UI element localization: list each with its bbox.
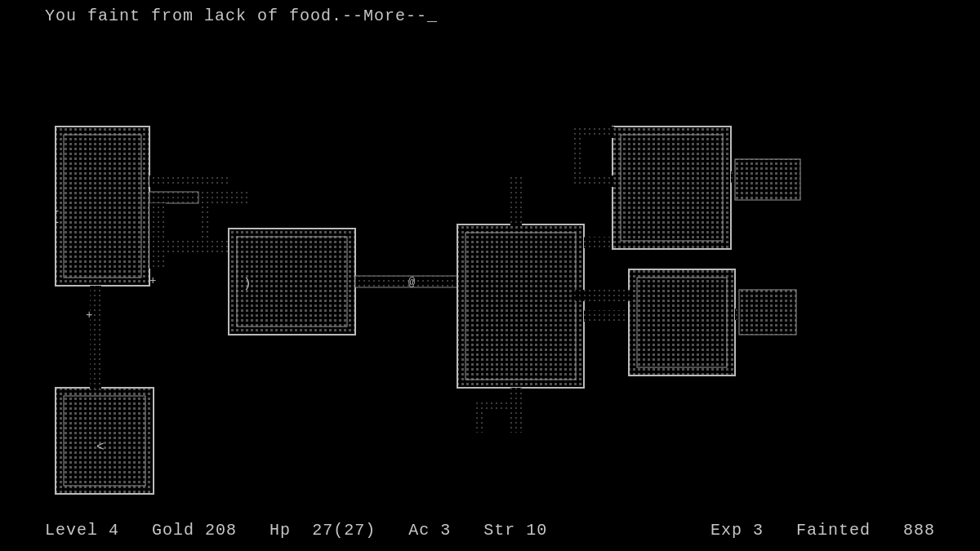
svg-rect-35 bbox=[56, 388, 154, 494]
map-area: [ + ) + @ bbox=[0, 49, 980, 506]
exp-value: 3 bbox=[753, 521, 764, 540]
str-stat: Str 10 bbox=[483, 521, 547, 540]
svg-rect-40 bbox=[149, 176, 231, 187]
ac-value: 3 bbox=[440, 521, 451, 540]
svg-rect-27 bbox=[735, 159, 800, 200]
hp-value: 27(27) bbox=[312, 521, 376, 540]
level-value: 4 bbox=[109, 521, 119, 540]
gold-value: 208 bbox=[205, 521, 237, 540]
condition-stat: Fainted bbox=[796, 521, 871, 540]
svg-text:<: < bbox=[96, 440, 105, 455]
svg-rect-41 bbox=[572, 290, 630, 301]
svg-rect-28 bbox=[629, 269, 735, 375]
message-line: You faint from lack of food.--More--_ bbox=[45, 7, 438, 25]
svg-rect-34 bbox=[474, 400, 485, 433]
svg-text:): ) bbox=[243, 277, 252, 291]
condition-value: Fainted bbox=[796, 521, 871, 540]
hp-stat: Hp 27(27) bbox=[270, 521, 376, 540]
svg-text:[: [ bbox=[52, 210, 60, 224]
svg-rect-31 bbox=[739, 290, 796, 335]
svg-rect-38 bbox=[90, 286, 101, 389]
svg-rect-8 bbox=[149, 192, 198, 203]
level-label: Level bbox=[45, 521, 98, 540]
exp-label: Exp bbox=[710, 521, 742, 540]
exp-stat: Exp 3 bbox=[710, 521, 764, 540]
gold-label: Gold bbox=[152, 521, 194, 540]
map-svg: [ + ) + @ bbox=[0, 49, 980, 506]
svg-rect-9 bbox=[149, 203, 166, 269]
svg-rect-19 bbox=[457, 224, 584, 388]
score-value: 888 bbox=[903, 521, 935, 540]
ac-stat: Ac 3 bbox=[408, 521, 451, 540]
ac-label: Ac bbox=[408, 521, 430, 540]
str-value: 10 bbox=[526, 521, 547, 540]
svg-rect-23 bbox=[584, 310, 629, 322]
svg-text:+: + bbox=[86, 309, 92, 322]
svg-rect-24 bbox=[612, 127, 731, 249]
score-stat: 888 bbox=[903, 521, 935, 540]
status-bar: Level 4 Gold 208 Hp 27(27) Ac 3 Str 10 E… bbox=[0, 509, 980, 551]
gold-stat: Gold 208 bbox=[152, 521, 237, 540]
svg-rect-12 bbox=[200, 192, 249, 203]
svg-rect-44 bbox=[572, 127, 614, 138]
level-stat: Level 4 bbox=[45, 521, 119, 540]
svg-rect-4 bbox=[56, 127, 149, 286]
svg-rect-10 bbox=[163, 241, 229, 252]
svg-rect-21 bbox=[510, 176, 522, 226]
svg-text:@: @ bbox=[408, 276, 416, 289]
game-screen: You faint from lack of food.--More--_ [ bbox=[0, 0, 980, 551]
hp-label: Hp bbox=[270, 521, 291, 540]
str-label: Str bbox=[483, 521, 515, 540]
svg-text:+: + bbox=[149, 274, 156, 287]
